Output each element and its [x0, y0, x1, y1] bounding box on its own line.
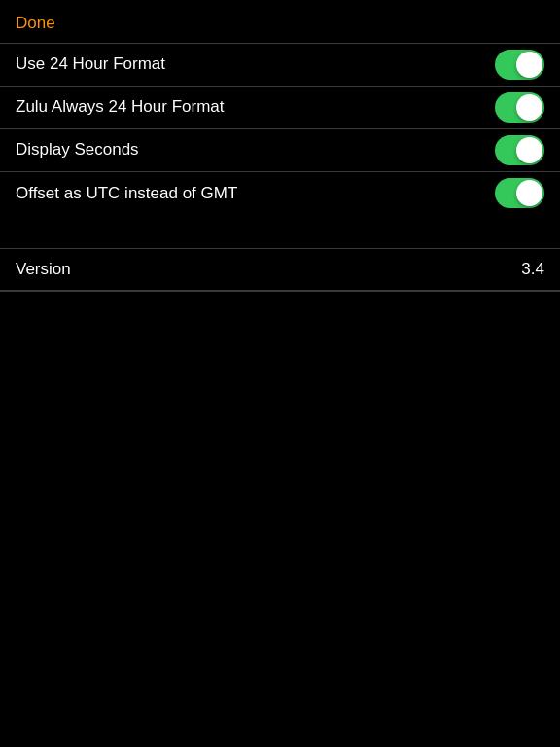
use-24-hour-format-row: Use 24 Hour Format — [0, 44, 560, 87]
version-row: Version 3.4 — [0, 248, 560, 291]
version-label: Version — [16, 260, 71, 279]
settings-group: Use 24 Hour Format Zulu Always 24 Hour F… — [0, 44, 560, 215]
toggle-track — [495, 50, 544, 80]
toggle-track — [495, 92, 544, 123]
offset-as-utc-label: Offset as UTC instead of GMT — [16, 184, 237, 203]
toggle-track — [495, 178, 544, 208]
zulu-always-24-hour-format-label: Zulu Always 24 Hour Format — [16, 97, 224, 117]
toggle-track — [495, 135, 544, 165]
zulu-always-24-hour-format-row: Zulu Always 24 Hour Format — [0, 87, 560, 129]
version-bottom-divider — [0, 291, 560, 292]
display-seconds-toggle[interactable] — [495, 135, 544, 165]
header: Done — [0, 0, 560, 43]
display-seconds-label: Display Seconds — [16, 140, 139, 160]
use-24-hour-format-label: Use 24 Hour Format — [16, 54, 165, 74]
offset-as-utc-row: Offset as UTC instead of GMT — [0, 172, 560, 215]
toggle-thumb — [516, 180, 542, 206]
toggle-thumb — [516, 137, 542, 163]
version-group: Version 3.4 — [0, 248, 560, 292]
toggle-thumb — [516, 52, 542, 78]
zulu-always-24-hour-format-toggle[interactable] — [495, 92, 544, 123]
use-24-hour-format-toggle[interactable] — [495, 50, 544, 80]
offset-as-utc-toggle[interactable] — [495, 178, 544, 208]
done-button[interactable]: Done — [16, 14, 55, 33]
version-value: 3.4 — [521, 260, 544, 279]
toggle-thumb — [516, 94, 542, 121]
display-seconds-row: Display Seconds — [0, 129, 560, 172]
